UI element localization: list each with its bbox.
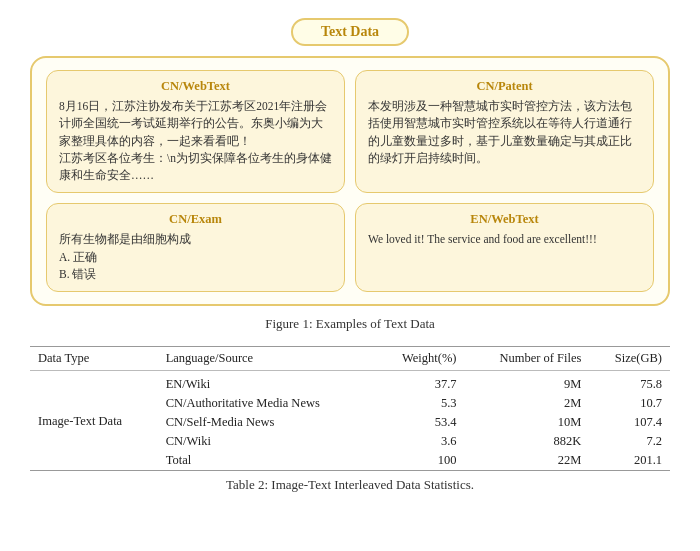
col-header-weight: Weight(%) xyxy=(375,347,465,371)
files-cn-self: 10M xyxy=(465,413,590,432)
size-en-wiki: 75.8 xyxy=(589,371,670,395)
files-cn-wiki: 882K xyxy=(465,432,590,451)
col-header-files: Number of Files xyxy=(465,347,590,371)
source-cn-self: CN/Self-Media News xyxy=(158,413,375,432)
figure-caption: Figure 1: Examples of Text Data xyxy=(30,316,670,332)
size-cn-auth: 10.7 xyxy=(589,394,670,413)
card-cn-patent: CN/Patent 本发明涉及一种智慧城市实时管控方法，该方法包括使用智慧城市实… xyxy=(355,70,654,193)
source-cn-auth: CN/Authoritative Media News xyxy=(158,394,375,413)
card-cn-webtext-body: 8月16日，江苏注协发布关于江苏考区2021年注册会计师全国统一考试延期举行的公… xyxy=(59,98,332,184)
col-header-data-type: Data Type xyxy=(30,347,158,371)
table-row: Image-Text Data EN/Wiki 37.7 9M 75.8 xyxy=(30,371,670,395)
weight-en-wiki: 37.7 xyxy=(375,371,465,395)
card-cn-exam-title: CN/Exam xyxy=(59,212,332,227)
card-cn-exam-body: 所有生物都是由细胞构成A. 正确B. 错误 xyxy=(59,231,332,283)
source-cn-wiki: CN/Wiki xyxy=(158,432,375,451)
files-cn-auth: 2M xyxy=(465,394,590,413)
outer-box: CN/WebText 8月16日，江苏注协发布关于江苏考区2021年注册会计师全… xyxy=(30,56,670,306)
weight-total: 100 xyxy=(375,451,465,471)
weight-cn-wiki: 3.6 xyxy=(375,432,465,451)
card-cn-exam: CN/Exam 所有生物都是由细胞构成A. 正确B. 错误 xyxy=(46,203,345,292)
card-en-webtext-body: We loved it! The service and food are ex… xyxy=(368,231,641,248)
table-caption: Table 2: Image-Text Interleaved Data Sta… xyxy=(30,477,670,493)
data-table: Data Type Language/Source Weight(%) Numb… xyxy=(30,346,670,471)
size-total: 201.1 xyxy=(589,451,670,471)
table-header-row: Data Type Language/Source Weight(%) Numb… xyxy=(30,347,670,371)
size-cn-self: 107.4 xyxy=(589,413,670,432)
files-en-wiki: 9M xyxy=(465,371,590,395)
row-group-label: Image-Text Data xyxy=(30,371,158,471)
card-en-webtext: EN/WebText We loved it! The service and … xyxy=(355,203,654,292)
col-header-size: Size(GB) xyxy=(589,347,670,371)
source-total: Total xyxy=(158,451,375,471)
col-header-language: Language/Source xyxy=(158,347,375,371)
card-cn-patent-title: CN/Patent xyxy=(368,79,641,94)
text-data-figure: Text Data CN/WebText 8月16日，江苏注协发布关于江苏考区2… xyxy=(30,18,670,306)
cards-grid: CN/WebText 8月16日，江苏注协发布关于江苏考区2021年注册会计师全… xyxy=(46,70,654,292)
size-cn-wiki: 7.2 xyxy=(589,432,670,451)
source-en-wiki: EN/Wiki xyxy=(158,371,375,395)
card-cn-webtext: CN/WebText 8月16日，江苏注协发布关于江苏考区2021年注册会计师全… xyxy=(46,70,345,193)
files-total: 22M xyxy=(465,451,590,471)
card-cn-webtext-title: CN/WebText xyxy=(59,79,332,94)
card-en-webtext-title: EN/WebText xyxy=(368,212,641,227)
weight-cn-self: 53.4 xyxy=(375,413,465,432)
weight-cn-auth: 5.3 xyxy=(375,394,465,413)
card-cn-patent-body: 本发明涉及一种智慧城市实时管控方法，该方法包括使用智慧城市实时管控系统以在等待人… xyxy=(368,98,641,167)
text-data-title: Text Data xyxy=(291,18,409,46)
